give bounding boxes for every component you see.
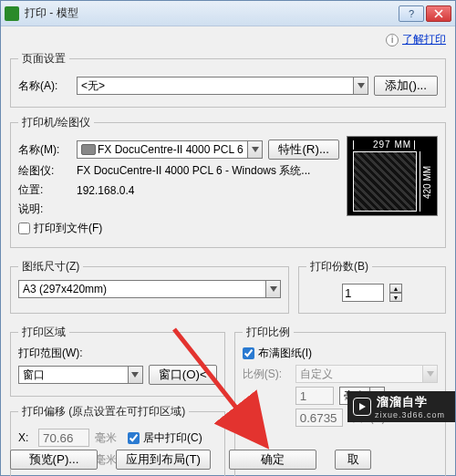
desc-label: 说明: <box>18 202 71 217</box>
pageset-name-label: 名称(A): <box>18 78 71 94</box>
page-setup-legend: 页面设置 <box>18 51 69 67</box>
center-print-label: 居中打印(C) <box>143 430 202 446</box>
chevron-down-icon <box>247 141 262 158</box>
center-print-checkbox[interactable] <box>128 432 140 444</box>
printer-props-button[interactable]: 特性(R)... <box>268 140 339 160</box>
print-range-value: 窗口 <box>23 367 45 383</box>
watermark-title: 溜溜自学 <box>377 394 445 410</box>
offset-x-unit: 毫米 <box>95 430 117 446</box>
printer-icon <box>81 144 96 155</box>
add-pageset-button[interactable]: 添加()... <box>374 76 438 96</box>
print-to-file-checkbox[interactable] <box>18 222 30 234</box>
scale-paper-input <box>295 387 334 405</box>
footer-buttons: 预览(P)... 应用到布局(T) 确定 取 <box>1 450 455 470</box>
copies-group: 打印份数(B) ▲ ▼ <box>298 259 446 314</box>
offset-x-label: X: <box>18 431 33 444</box>
paper-preview: 297 MM 420 MM <box>347 136 438 216</box>
copies-spinner[interactable]: ▲ ▼ <box>389 284 402 302</box>
help-row: i 了解打印 <box>10 32 446 47</box>
pageset-name-value: <无> <box>81 78 105 94</box>
window-buttons: ? <box>399 5 451 22</box>
chevron-down-icon <box>265 281 280 297</box>
cancel-button[interactable]: 取 <box>335 450 371 470</box>
preview-width-label: 297 MM <box>347 140 437 150</box>
paper-size-value: A3 (297x420mm) <box>23 283 107 295</box>
plotter-value: FX DocuCentre-II 4000 PCL 6 - Windows 系统… <box>77 163 310 179</box>
chevron-down-icon <box>422 366 437 382</box>
window-title: 打印 - 模型 <box>25 5 399 21</box>
offset-legend: 打印偏移 (原点设置在可打印区域) <box>18 404 189 419</box>
paper-size-legend: 图纸尺寸(Z) <box>18 259 83 274</box>
scale-legend: 打印比例 <box>243 325 294 340</box>
paper-size-group: 图纸尺寸(Z) A3 (297x420mm) <box>10 259 289 314</box>
print-range-label: 打印范围(W): <box>18 346 217 361</box>
close-button[interactable] <box>426 5 451 22</box>
printer-name-label: 名称(M): <box>18 142 71 158</box>
chevron-down-icon <box>353 78 368 94</box>
chevron-down-icon <box>128 367 142 383</box>
printer-name-value: FX DocuCentre-II 4000 PCL 6 <box>98 143 244 156</box>
ok-button[interactable]: 确定 <box>229 450 316 470</box>
plotter-label: 绘图仪: <box>18 163 71 179</box>
learn-print-link[interactable]: 了解打印 <box>402 32 446 47</box>
printer-legend: 打印机/绘图仪 <box>18 115 94 130</box>
app-icon <box>5 6 19 21</box>
offset-x-input <box>38 429 89 447</box>
scale-ratio-value: 自定义 <box>300 367 333 382</box>
window-select-button[interactable]: 窗口(O)< <box>149 365 217 385</box>
location-value: 192.168.0.4 <box>77 184 134 197</box>
apply-layout-button[interactable]: 应用到布局(T) <box>116 450 211 470</box>
scale-drawing-input <box>295 409 343 427</box>
watermark-banner: 溜溜自学 zixue.3d66.com <box>347 391 455 422</box>
print-to-file-label: 打印到文件(F) <box>34 221 102 236</box>
scale-ratio-label: 比例(S): <box>243 367 290 382</box>
fit-to-paper-checkbox[interactable] <box>243 347 254 359</box>
print-area-legend: 打印区域 <box>18 325 69 340</box>
spin-up-icon[interactable]: ▲ <box>389 284 402 293</box>
print-range-combo[interactable]: 窗口 <box>18 366 143 384</box>
help-button[interactable]: ? <box>399 5 424 22</box>
watermark-url: zixue.3d66.com <box>375 410 445 419</box>
location-label: 位置: <box>18 182 71 198</box>
paper-size-combo[interactable]: A3 (297x420mm) <box>18 280 281 298</box>
fit-to-paper-label: 布满图纸(I) <box>258 346 312 361</box>
close-icon <box>434 9 443 18</box>
page-setup-group: 页面设置 名称(A): <无> 添加()... <box>10 51 446 108</box>
spin-down-icon[interactable]: ▼ <box>389 293 402 302</box>
titlebar: 打印 - 模型 ? <box>1 1 455 26</box>
printer-name-combo[interactable]: FX DocuCentre-II 4000 PCL 6 <box>77 140 263 159</box>
info-icon: i <box>386 34 399 47</box>
printer-group: 打印机/绘图仪 名称(M): FX DocuCentre-II 4000 PCL… <box>10 115 446 248</box>
copies-legend: 打印份数(B) <box>306 259 372 274</box>
preview-height-label: 420 MM <box>422 153 433 212</box>
print-area-group: 打印区域 打印范围(W): 窗口 窗口(O)< <box>10 325 225 397</box>
scale-ratio-combo: 自定义 <box>295 365 438 383</box>
preview-height-guide <box>420 151 420 212</box>
copies-input[interactable] <box>342 284 384 302</box>
play-icon <box>353 398 371 416</box>
pageset-name-combo[interactable]: <无> <box>77 77 368 95</box>
preview-button[interactable]: 预览(P)... <box>10 450 98 470</box>
print-dialog: 打印 - 模型 ? i 了解打印 页面设置 名称(A): <无> <box>0 0 456 476</box>
preview-page <box>353 151 417 212</box>
